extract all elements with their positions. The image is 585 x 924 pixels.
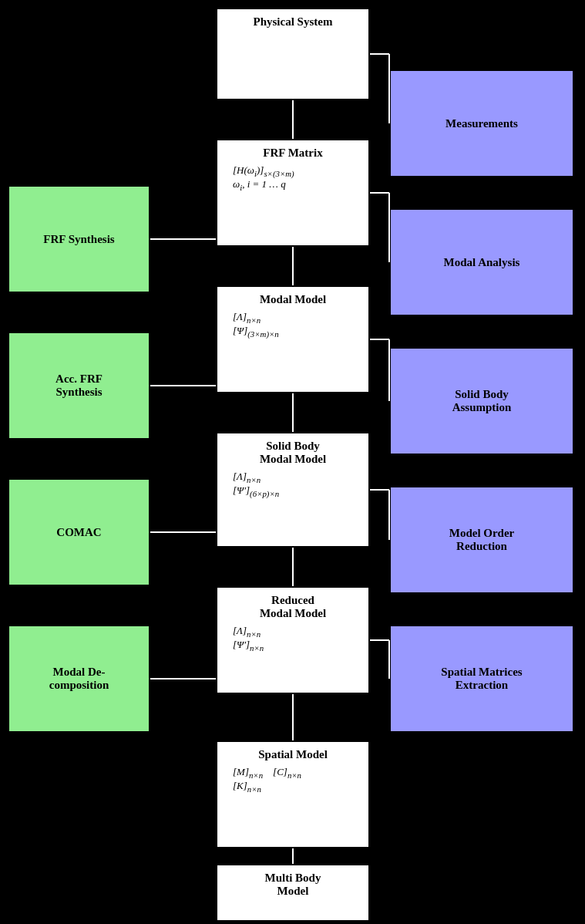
spatial-model-title: Spatial Model	[258, 748, 328, 761]
physical-system-box: Physical System	[216, 8, 370, 100]
solid-body-modal-model-title: Solid BodyModal Model	[260, 440, 326, 466]
reduced-modal-model-title: ReducedModal Model	[260, 594, 326, 620]
spatial-model-math1: [M]n×n [C]n×n	[225, 766, 361, 780]
frf-synthesis-label: FRF Synthesis	[43, 233, 114, 246]
spatial-matrices-extraction-box: Spatial MatricesExtraction	[389, 625, 574, 733]
reduced-modal-math1: [Λ]n×n	[225, 625, 361, 639]
diagram-container: Physical System FRF Matrix [H(ωi)]s×(3×m…	[0, 0, 585, 924]
frf-matrix-math1: [H(ωi)]s×(3×m)	[225, 164, 361, 178]
modal-model-title: Modal Model	[260, 293, 326, 306]
solid-body-assumption-label: Solid BodyAssumption	[452, 388, 512, 414]
modal-analysis-box: Modal Analysis	[389, 208, 574, 316]
frf-matrix-math2: ωi, i = 1 … q	[225, 178, 361, 192]
modal-model-box: Modal Model [Λ]n×n [Ψ](3×m)×n	[216, 285, 370, 393]
solid-body-assumption-box: Solid BodyAssumption	[389, 347, 574, 455]
acc-frf-synthesis-label: Acc. FRFSynthesis	[55, 373, 103, 399]
acc-frf-synthesis-box: Acc. FRFSynthesis	[8, 332, 150, 440]
modal-model-math2: [Ψ](3×m)×n	[225, 325, 361, 339]
frf-synthesis-box: FRF Synthesis	[8, 185, 150, 293]
comac-label: COMAC	[56, 526, 101, 539]
solid-body-modal-model-box: Solid BodyModal Model [Λ]n×n [Ψ′](6×p)×n	[216, 432, 370, 548]
modal-model-math1: [Λ]n×n	[225, 311, 361, 325]
multi-body-model-box: Multi BodyModel	[216, 864, 370, 922]
frf-matrix-box: FRF Matrix [H(ωi)]s×(3×m) ωi, i = 1 … q	[216, 139, 370, 247]
solid-body-modal-math1: [Λ]n×n	[225, 470, 361, 484]
physical-system-title: Physical System	[254, 15, 333, 29]
reduced-modal-model-box: ReducedModal Model [Λ]n×n [Ψ′]n×n	[216, 586, 370, 694]
measurements-box: Measurements	[389, 69, 574, 177]
solid-body-modal-math2: [Ψ′](6×p)×n	[225, 484, 361, 498]
model-order-reduction-label: Model OrderReduction	[449, 527, 515, 553]
comac-box: COMAC	[8, 478, 150, 586]
spatial-model-math2: [K]n×n	[225, 780, 361, 794]
reduced-modal-math2: [Ψ′]n×n	[225, 639, 361, 653]
modal-decomposition-box: Modal De-composition	[8, 625, 150, 733]
modal-analysis-label: Modal Analysis	[444, 256, 520, 269]
measurements-label: Measurements	[445, 117, 518, 130]
modal-decomposition-label: Modal De-composition	[49, 666, 109, 692]
spatial-model-box: Spatial Model [M]n×n [C]n×n [K]n×n	[216, 740, 370, 848]
model-order-reduction-box: Model OrderReduction	[389, 486, 574, 594]
spatial-matrices-extraction-label: Spatial MatricesExtraction	[441, 666, 522, 692]
multi-body-model-title: Multi BodyModel	[265, 872, 321, 898]
frf-matrix-title: FRF Matrix	[263, 147, 322, 160]
